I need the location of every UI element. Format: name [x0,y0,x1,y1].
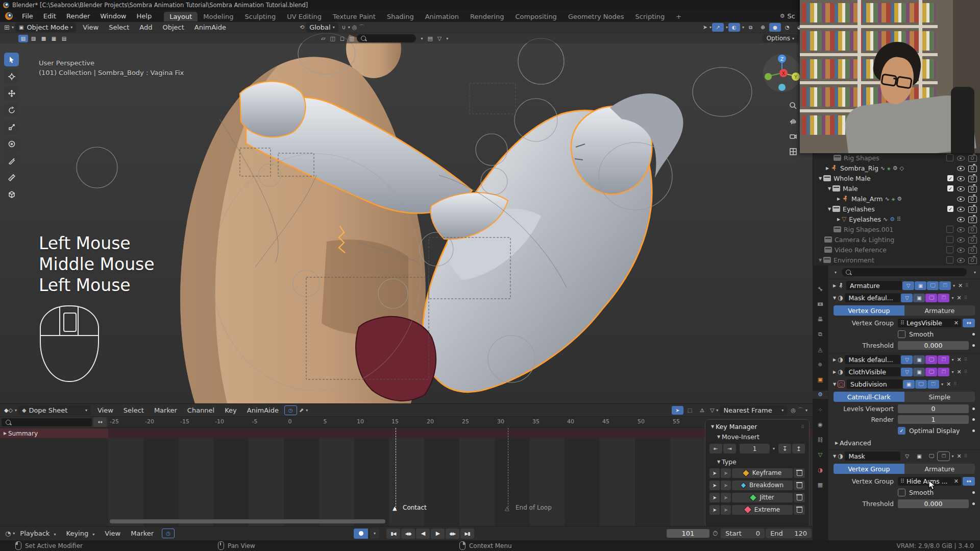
editor-type-icon[interactable]: ⊞ [4,23,10,31]
expand-icon[interactable]: ▶ [836,217,842,222]
viewport-display-toggle[interactable]: 🖵 [925,368,937,376]
tool-cursor[interactable] [4,69,19,83]
viewport-display-toggle[interactable]: 🖵 [915,380,927,389]
properties-search-input[interactable] [842,268,967,276]
subdiv-levels-field[interactable]: 0 [898,404,969,413]
mask3-tab-armature[interactable]: Armature [904,464,975,474]
animate-dot[interactable] [972,333,975,336]
tool-annotate[interactable] [4,154,19,167]
render-camera-icon[interactable] [968,165,977,172]
mask3-smooth-checkbox[interactable] [898,489,905,496]
viewport-3d[interactable]: ⊞▾ ▣ Object Mode▾ View Select Add Object… [0,22,813,403]
layers-icon[interactable]: ▥ [349,35,354,42]
select-type-button[interactable]: ➤ [709,493,720,502]
tab-object-data[interactable]: ▽ [815,451,826,459]
modifier-subdivision-header[interactable]: ▼ ◯ Subdivision ▣ 🖵 ⏍ ▾ ✕ ⠿ [828,378,980,390]
render-camera-icon[interactable] [968,227,977,233]
prev-keyframe-button[interactable]: ◀◆ [401,529,415,539]
falloff-icon[interactable]: ⌒ [359,23,364,31]
edit-vertex-toggle[interactable]: ▽ [902,281,914,290]
hide-eye-icon[interactable] [957,164,965,172]
modifier-extras-icon[interactable]: ▾ [953,283,955,288]
delete-type-button[interactable] [794,468,805,478]
search-dropdown-icon[interactable]: ▾ [421,36,423,41]
expand-icon[interactable]: ▶ [831,357,838,362]
collapse-icon[interactable]: ▼ [826,186,832,191]
select-type-button[interactable]: ➤ [709,468,720,478]
select-mode-new-button[interactable]: ▧ [18,35,28,42]
jump-to-end-button[interactable]: ▶▮ [460,529,474,539]
tool-rotate[interactable] [4,103,19,117]
animate-dot[interactable] [972,502,975,505]
mask3-tab-vertex-group[interactable]: Vertex Group [834,464,904,474]
outliner-row-whole-male[interactable]: ▼ Whole Male ✓ [813,173,980,183]
menu-help[interactable]: Help [132,12,157,20]
workspace-tab-compositing[interactable]: Compositing [509,12,562,21]
xray-toggle[interactable]: ⧉ [745,23,756,32]
vp-menu-select[interactable]: Select [104,23,134,31]
snap-keys-icon[interactable]: ⬈ [299,407,304,414]
modifier-extras-icon[interactable]: ▾ [951,370,953,374]
only-selected-toggle[interactable]: ➤ [672,406,683,415]
render-camera-icon[interactable] [968,257,977,264]
edit-mode-toggle[interactable]: ▣ [903,380,915,389]
edit-mode-toggle[interactable]: ▣ [915,281,926,290]
tool-move[interactable] [4,86,19,100]
vp-menu-animaide[interactable]: AnimAide [189,23,231,31]
outliner-row-eyelashes-collection[interactable]: ▼ Eyelashes ✓ [813,204,980,214]
expand-icon[interactable]: ▶ [834,441,840,445]
edit-mode-toggle[interactable]: ▣ [913,355,925,364]
tab-constraints[interactable]: ⛓ [815,436,826,444]
snap-magnet-icon[interactable]: ∪ [342,24,346,31]
render-camera-icon[interactable] [968,155,977,162]
pb-marker-menu[interactable]: Marker [126,530,159,537]
filter-funnel-icon[interactable]: ▽ [710,407,714,414]
horizontal-scrollbar[interactable] [110,519,385,523]
workspace-tab-uv-editing[interactable]: UV Editing [281,12,327,21]
drag-handle[interactable]: ⠿ [953,381,958,387]
advanced-label[interactable]: Advanced [840,439,871,447]
remove-modifier-icon[interactable]: ✕ [957,453,962,460]
workspace-tab-modeling[interactable]: Modeling [198,12,239,21]
filter-dropdown-icon[interactable]: ▾ [446,36,448,41]
dope-sheet-mode-select[interactable]: ◆ Dope Sheet▾ [18,405,91,415]
amount-dropdown-icon[interactable]: ▾ [773,446,775,451]
modifier-extras-icon[interactable]: ▾ [951,296,953,300]
marker-triangle-contact[interactable]: ▲ [393,505,397,512]
tab-scene[interactable]: ◬ [815,345,826,353]
sombra-foot[interactable] [240,81,305,137]
hide-eye-icon[interactable] [957,205,965,212]
exclude-checkbox[interactable] [946,236,953,243]
gizmo-y-neg-axis[interactable] [765,73,772,80]
render-toggle[interactable]: ⏍ [927,380,939,389]
insert-key-up-button[interactable]: ↥ [792,444,805,453]
menu-render[interactable]: Render [61,12,95,20]
scene-selector[interactable]: Sc [788,12,795,20]
animaide-clock-icon[interactable]: ◷ [162,529,175,538]
drag-handle[interactable]: ⠿ [801,424,805,429]
workspace-tab-layout[interactable]: Layout [164,12,198,21]
collapse-icon[interactable]: ▼ [716,435,722,439]
orientation-select[interactable]: Global▾ [306,22,338,32]
collapse-icon[interactable]: ▼ [831,382,838,387]
drag-handle[interactable]: ⠿ [965,283,969,288]
mask1-tab-vertex-group[interactable]: Vertex Group [834,305,904,316]
outliner-row-camera-lighting[interactable]: Camera & Lighting [813,234,980,245]
render-camera-icon[interactable] [968,217,977,223]
keying-menu[interactable]: Keying ▾ [61,530,100,537]
frame-start-field[interactable]: Start0 [721,529,765,538]
outliner-row-sombra-rig[interactable]: ▶ Sombra_Rig ∿ ⚹ ⚙ ◇ [813,163,980,173]
edit-mode-toggle[interactable]: ▣ [913,452,925,461]
render-toggle[interactable]: ⏍ [939,281,951,290]
move-insert-label[interactable]: Move-Insert [722,433,760,441]
delete-type-button[interactable] [794,505,805,515]
deselect-type-button[interactable]: ➤ [721,481,731,490]
viewport-display-toggle[interactable]: 🖵 [927,281,939,290]
menu-edit[interactable]: Edit [38,12,61,20]
tab-physics[interactable]: ◉ [815,421,826,429]
overlays-toggle[interactable]: ◐ [728,23,740,32]
viewport-display-toggle[interactable]: 🖵 [925,294,937,302]
marker-label-contact[interactable]: Contact [403,504,427,511]
tab-tool[interactable]: 🔧︎ [815,285,826,293]
current-frame-field[interactable]: 101 [667,529,709,538]
